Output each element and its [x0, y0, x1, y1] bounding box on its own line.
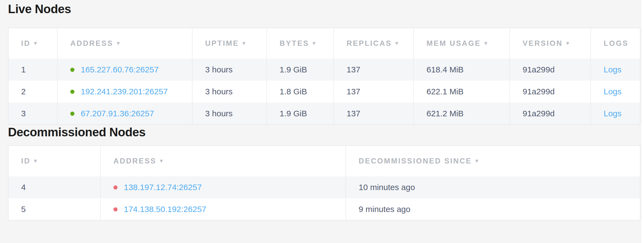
- nodes-page: Live Nodes ID▾ ADDRESS▾ UPTIME▾ BYTES▾ R…: [0, 0, 644, 221]
- node-id-cell: 1: [8, 59, 57, 81]
- live-nodes-table: ID▾ ADDRESS▾ UPTIME▾ BYTES▾ REPLICAS▾ ME…: [8, 28, 640, 125]
- node-address-cell: 174.138.50.192:26257: [101, 198, 346, 220]
- col-header-version[interactable]: VERSION▾: [510, 28, 591, 59]
- logs-link[interactable]: Logs: [604, 65, 621, 74]
- col-header-label: UPTIME: [205, 39, 239, 47]
- col-header-label: ID: [21, 39, 30, 47]
- col-header-address[interactable]: ADDRESS▾: [101, 146, 346, 176]
- node-bytes-cell: 1.9 GiB: [267, 59, 334, 81]
- node-decommissioned-since-cell: 10 minutes ago: [346, 176, 640, 198]
- logs-link[interactable]: Logs: [604, 109, 621, 118]
- node-uptime-cell: 3 hours: [192, 81, 267, 103]
- node-bytes-cell: 1.8 GiB: [267, 81, 334, 103]
- scrollbar-track[interactable]: [642, 0, 644, 243]
- node-uptime-cell: 3 hours: [192, 103, 267, 125]
- node-decommissioned-since-cell: 9 minutes ago: [346, 198, 640, 220]
- node-mem-usage-cell: 622.1 MiB: [414, 81, 510, 103]
- table-row: 4 138.197.12.74:26257 10 minutes ago: [8, 176, 640, 198]
- node-replicas-cell: 137: [334, 81, 414, 103]
- node-mem-usage-cell: 618.4 MiB: [414, 59, 510, 81]
- col-header-address[interactable]: ADDRESS▾: [57, 28, 192, 59]
- col-header-uptime[interactable]: UPTIME▾: [192, 28, 267, 59]
- col-header-label: LOGS: [604, 39, 629, 47]
- sort-arrow-icon: ▾: [34, 157, 37, 164]
- sort-arrow-icon: ▾: [484, 40, 487, 46]
- table-row: 5 174.138.50.192:26257 9 minutes ago: [8, 198, 640, 220]
- node-id-cell: 3: [8, 103, 57, 125]
- col-header-label: ADDRESS: [70, 39, 113, 47]
- col-header-label: VERSION: [523, 39, 563, 47]
- table-row: 2 192.241.239.201:26257 3 hours 1.8 GiB …: [8, 81, 640, 103]
- live-table-header-row: ID▾ ADDRESS▾ UPTIME▾ BYTES▾ REPLICAS▾ ME…: [8, 28, 640, 59]
- decommissioned-status-icon: [113, 185, 118, 190]
- decommissioned-nodes-table: ID▾ ADDRESS▾ DECOMMISSIONED SINCE▾ 4 138…: [8, 145, 640, 221]
- node-logs-cell: Logs: [591, 103, 640, 125]
- live-status-icon: [70, 112, 74, 116]
- sort-arrow-icon: ▾: [566, 40, 569, 46]
- col-header-id[interactable]: ID▾: [8, 146, 101, 176]
- node-version-cell: 91a299d: [510, 59, 591, 81]
- node-uptime-cell: 3 hours: [192, 59, 267, 81]
- decommissioned-status-icon: [113, 207, 118, 211]
- col-header-label: BYTES: [280, 39, 309, 47]
- node-address-link[interactable]: 192.241.239.201:26257: [81, 87, 168, 96]
- node-address-cell: 192.241.239.201:26257: [57, 81, 192, 103]
- sort-arrow-icon: ▾: [117, 40, 120, 46]
- table-row: 3 67.207.91.36:26257 3 hours 1.9 GiB 137…: [8, 103, 640, 125]
- node-bytes-cell: 1.9 GiB: [267, 103, 334, 125]
- sort-arrow-icon: ▾: [34, 40, 37, 46]
- col-header-id[interactable]: ID▾: [8, 28, 57, 59]
- node-mem-usage-cell: 621.2 MiB: [414, 103, 510, 125]
- sort-arrow-icon: ▾: [475, 157, 478, 164]
- node-address-cell: 165.227.60.76:26257: [57, 59, 192, 81]
- col-header-label: MEM USAGE: [426, 39, 481, 47]
- decommissioned-table-header-row: ID▾ ADDRESS▾ DECOMMISSIONED SINCE▾: [8, 146, 640, 176]
- node-logs-cell: Logs: [591, 59, 640, 81]
- node-address-link[interactable]: 174.138.50.192:26257: [124, 205, 206, 214]
- sort-arrow-icon: ▾: [395, 40, 398, 46]
- col-header-label: ADDRESS: [113, 157, 157, 165]
- node-id-cell: 5: [8, 198, 101, 220]
- node-version-cell: 91a299d: [510, 103, 591, 125]
- node-address-link[interactable]: 165.227.60.76:26257: [81, 65, 159, 74]
- col-header-replicas[interactable]: REPLICAS▾: [334, 28, 414, 59]
- col-header-label: REPLICAS: [347, 39, 392, 47]
- col-header-label: DECOMMISSIONED SINCE: [359, 157, 472, 165]
- node-address-cell: 138.197.12.74:26257: [101, 176, 346, 198]
- decommissioned-nodes-title: Decommissioned Nodes: [8, 125, 644, 140]
- live-status-icon: [70, 90, 74, 94]
- table-row: 1 165.227.60.76:26257 3 hours 1.9 GiB 13…: [8, 59, 640, 81]
- logs-link[interactable]: Logs: [604, 87, 621, 96]
- node-address-link[interactable]: 138.197.12.74:26257: [124, 183, 202, 192]
- live-status-icon: [70, 68, 74, 72]
- node-logs-cell: Logs: [591, 81, 640, 103]
- col-header-logs: LOGS: [591, 28, 640, 59]
- col-header-mem-usage[interactable]: MEM USAGE▾: [414, 28, 510, 59]
- sort-arrow-icon: ▾: [160, 157, 163, 164]
- col-header-decommissioned-since[interactable]: DECOMMISSIONED SINCE▾: [346, 146, 640, 176]
- col-header-bytes[interactable]: BYTES▾: [267, 28, 334, 59]
- sort-arrow-icon: ▾: [242, 40, 245, 46]
- node-address-cell: 67.207.91.36:26257: [57, 103, 192, 125]
- node-replicas-cell: 137: [334, 59, 414, 81]
- node-replicas-cell: 137: [334, 103, 414, 125]
- node-version-cell: 91a299d: [510, 81, 591, 103]
- sort-arrow-icon: ▾: [313, 40, 316, 46]
- node-id-cell: 2: [8, 81, 57, 103]
- node-address-link[interactable]: 67.207.91.36:26257: [81, 109, 154, 118]
- node-id-cell: 4: [8, 176, 101, 198]
- live-nodes-title: Live Nodes: [8, 2, 644, 16]
- col-header-label: ID: [21, 157, 30, 165]
